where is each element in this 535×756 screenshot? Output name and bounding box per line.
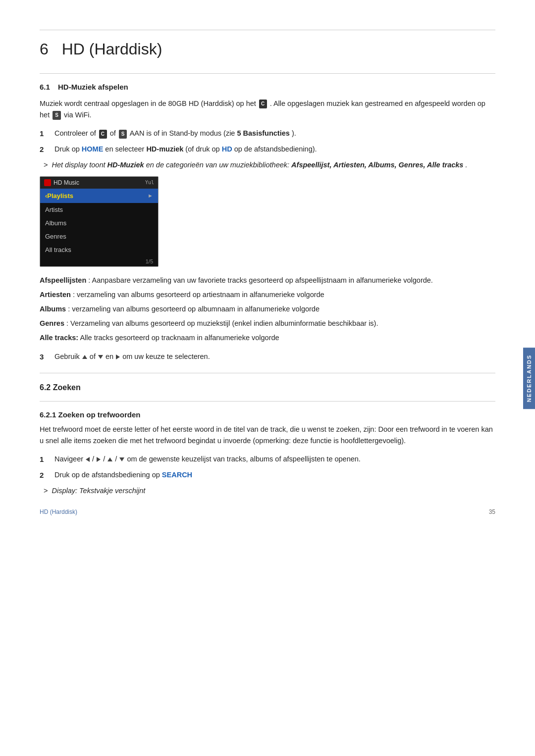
desc-genres-bold: Genres	[40, 319, 64, 327]
intro-text-1: Muziek wordt centraal opgeslagen in de 8…	[40, 100, 256, 107]
step-2-home: HOME	[82, 145, 104, 153]
section-6-1-heading: 6.1 HD-Muziek afspelen	[40, 83, 495, 91]
desc-alle: Alle tracks: Alle tracks gesorteerd op t…	[40, 332, 495, 344]
nav-slash-2: /	[103, 455, 107, 463]
section-6-1-num: 6.1	[40, 83, 50, 91]
chapter-num: 6	[40, 40, 49, 58]
desc-alle-bold: Alle tracks:	[40, 334, 78, 342]
desc-artiesten-text: : verzameling van albums gesorteerd op a…	[73, 291, 324, 299]
footer-left-text: HD (Harddisk)	[40, 508, 77, 515]
desc-albums-text: : verzameling van albums gesorteerd op a…	[68, 305, 320, 313]
arrow-1-end: .	[465, 161, 467, 169]
step-3-gebruik: Gebruik	[54, 353, 82, 360]
screen-playlists-arrow: ►	[148, 193, 153, 199]
nav-slash-3: /	[115, 455, 119, 463]
screen-playlists-label: ‹Playlists	[45, 192, 73, 200]
triangle-down-icon	[98, 355, 103, 359]
display-label: Display:	[52, 487, 77, 495]
screen-header-left: HD Music	[44, 179, 79, 186]
step-2-content: Druk op HOME en selecteer HD-muziek (of …	[54, 144, 495, 155]
nav-slash-1: /	[92, 455, 96, 463]
tri-down-icon-2	[119, 457, 124, 461]
zoeken-intro-paragraph: Het trefwoord moet de eerste letter of h…	[40, 424, 495, 447]
arrow-1-content: Het display toont HD-Muziek en de catego…	[52, 159, 467, 171]
section-6-2-1-title: Zoeken op trefwoorden	[58, 410, 141, 419]
screen-row-albums: Albums	[40, 216, 158, 230]
step-3-of: of	[90, 353, 98, 360]
desc-artiesten-bold: Artiesten	[40, 291, 71, 299]
section-6-2-1-rule	[40, 401, 495, 402]
arrow-item-1: > Het display toont HD-Muziek en de cate…	[40, 159, 495, 171]
section-6-1-rule	[40, 73, 495, 74]
step-1-of: of	[110, 129, 118, 137]
step-1-end: ).	[292, 129, 296, 137]
step-2-item: 2 Druk op HOME en selecteer HD-muziek (o…	[40, 144, 495, 155]
section-6-2-num: 6.2	[40, 383, 51, 392]
section-6-2-1-heading: 6.2.1 Zoeken op trefwoorden	[40, 410, 495, 419]
intro-text-3: via WiFi.	[64, 111, 92, 119]
screen-row-playlists: ‹Playlists ►	[40, 189, 158, 203]
nav-step-1: 1 Navigeer / / / om de gewenste keuzelij…	[40, 454, 495, 465]
tri-right-icon-2	[97, 457, 101, 462]
nav-step-1-content: Navigeer / / / om de gewenste keuzelijst…	[54, 454, 495, 465]
nav-step-2-prefix: Druk op de afstandsbediening op	[54, 471, 160, 479]
screen-title: HD Music	[54, 179, 79, 186]
step-3-item: 3 Gebruik of en om uw keuze te selectere…	[40, 351, 495, 363]
c-icon: C	[259, 100, 267, 108]
screen-row-artists: Artists	[40, 203, 158, 216]
nav-step-2: 2 Druk op de afstandsbediening op SEARCH	[40, 469, 495, 481]
arrow-1-hd-muziek: HD-Muziek	[107, 161, 144, 169]
tri-left-icon	[86, 457, 90, 462]
section-6-1-title: HD-Muziek afspelen	[58, 83, 128, 91]
screen-mockup: HD Music Yul ‹Playlists ► Artists Albums…	[40, 176, 159, 267]
arrow-symbol: >	[44, 159, 48, 171]
step-3-content: Gebruik of en om uw keuze te selecteren.	[54, 351, 495, 362]
step-2-parens: (of druk op	[185, 145, 221, 153]
nav-step-1-navigeer: Navigeer	[54, 455, 85, 463]
desc-albums-bold: Albums	[40, 305, 66, 313]
triangle-up-icon	[82, 355, 87, 359]
step-2-num: 2	[40, 144, 54, 155]
display-content: Display: Tekstvakje verschijnt	[52, 485, 145, 497]
desc-albums: Albums : verzameling van albums gesortee…	[40, 303, 495, 315]
step-1-item: 1 Controleer of C of S AAN is of in Stan…	[40, 128, 495, 140]
arrow-1-categories: Afspeellijst, Artiesten, Albums, Genres,…	[291, 161, 463, 169]
nav-step-2-num: 2	[40, 469, 54, 481]
step-2-hdmuziek: HD-muziek	[146, 145, 183, 153]
page-footer: HD (Harddisk) 35	[0, 508, 535, 515]
display-arrow-symbol: >	[44, 485, 48, 497]
s-icon: S	[53, 111, 61, 120]
desc-genres-text: : Verzameling van albums gesorteerd op m…	[66, 319, 378, 327]
nav-step-2-search: SEARCH	[162, 471, 192, 479]
section-6-2-1-num: 6.2.1	[40, 410, 56, 419]
top-rule	[40, 30, 495, 30]
display-text-val: Tekstvakje verschijnt	[79, 487, 145, 495]
step-2-hd: HD	[222, 145, 232, 153]
arrow-1-text2: en de categorieën van uw muziekbibliothe…	[146, 161, 291, 169]
screen-row-alltracks: All tracks	[40, 243, 158, 256]
chapter-heading: 6 HD (Harddisk)	[40, 40, 495, 58]
screen-header: HD Music Yul	[40, 177, 158, 189]
step-1-bold: 5 Basisfuncties	[237, 129, 289, 137]
desc-artiesten: Artiesten : verzameling van albums gesor…	[40, 289, 495, 301]
hd-music-icon	[44, 179, 51, 186]
step-3-num: 3	[40, 351, 54, 363]
side-tab-label: NEDERLANDS	[523, 347, 535, 408]
step-1-suffix: AAN is of in Stand-by modus (zie	[130, 129, 237, 137]
section-6-2-rule	[40, 373, 495, 373]
section-6-2-heading: 6.2 Zoeken	[40, 383, 495, 392]
step-1-content: Controleer of C of S AAN is of in Stand-…	[54, 128, 495, 139]
step-3-en: en	[106, 353, 115, 360]
nav-step-2-content: Druk op de afstandsbediening op SEARCH	[54, 469, 495, 481]
step-2-middle: en selecteer	[105, 145, 146, 153]
desc-afspeellijsten: Afspeellijsten : Aanpasbare verzameling …	[40, 275, 495, 286]
intro-paragraph: Muziek wordt centraal opgeslagen in de 8…	[40, 98, 495, 121]
section-6-2-title: Zoeken	[53, 383, 81, 392]
screen-footer: 1/5	[40, 256, 158, 266]
tri-up-icon-2	[107, 457, 112, 461]
step-1-prefix: Controleer of	[54, 129, 96, 137]
screen-row-genres: Genres	[40, 230, 158, 243]
step-2-prefix: Druk op	[54, 145, 80, 153]
desc-alle-text: Alle tracks gesorteerd op tracknaam in a…	[80, 334, 279, 342]
screen-signal: Yul	[145, 180, 154, 185]
